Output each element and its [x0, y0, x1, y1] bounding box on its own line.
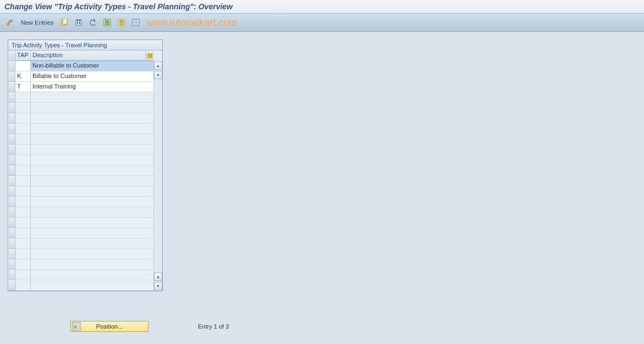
cell-tap[interactable]: [15, 186, 31, 197]
cell-desc[interactable]: [31, 155, 154, 165]
row-selector[interactable]: [8, 71, 15, 82]
cell-desc[interactable]: [31, 259, 154, 270]
cell-desc[interactable]: Internal Training: [31, 82, 154, 92]
row-selector[interactable]: [8, 270, 15, 280]
cell-tap[interactable]: [15, 238, 31, 249]
cell-desc[interactable]: [31, 165, 154, 176]
vertical-scrollbar[interactable]: ▲▼▲▼: [154, 51, 162, 291]
cell-tap[interactable]: [15, 103, 31, 113]
scroll-up2-icon[interactable]: ▲: [154, 273, 162, 281]
table-row-empty: [8, 197, 154, 207]
cell-desc[interactable]: [31, 207, 154, 218]
row-selector[interactable]: [8, 238, 15, 249]
row-selector[interactable]: [8, 82, 15, 92]
scroll-down-icon[interactable]: ▼: [154, 71, 162, 79]
row-selector[interactable]: [8, 228, 15, 238]
row-selector[interactable]: [8, 218, 15, 228]
row-selector[interactable]: [8, 186, 15, 197]
undo-icon[interactable]: [87, 17, 98, 28]
table-row-empty: [8, 186, 154, 197]
cell-tap[interactable]: [15, 228, 31, 238]
row-selector[interactable]: [8, 145, 15, 155]
cell-tap[interactable]: [15, 270, 31, 280]
cell-desc[interactable]: [31, 134, 154, 145]
row-selector[interactable]: [8, 134, 15, 145]
deselect-all-icon[interactable]: [130, 17, 141, 28]
row-selector[interactable]: [8, 259, 15, 270]
cell-desc[interactable]: [31, 280, 154, 291]
cell-desc[interactable]: [31, 145, 154, 155]
row-selector[interactable]: [8, 61, 15, 71]
row-selector[interactable]: [8, 207, 15, 218]
cell-desc[interactable]: [31, 249, 154, 259]
svg-rect-22: [74, 325, 77, 326]
cell-tap[interactable]: [15, 124, 31, 134]
cell-tap[interactable]: T: [15, 82, 31, 92]
table-row-empty: [8, 270, 154, 280]
table-row-empty: [8, 155, 154, 165]
toggle-icon[interactable]: [4, 17, 15, 28]
row-selector[interactable]: [8, 155, 15, 165]
cell-desc[interactable]: Non-billable to Customer: [31, 61, 154, 71]
cell-tap[interactable]: [15, 259, 31, 270]
row-selector[interactable]: [8, 249, 15, 259]
cell-tap[interactable]: [15, 218, 31, 228]
table-row: KBillable to Customer: [8, 71, 154, 82]
cell-desc[interactable]: Billable to Customer: [31, 71, 154, 82]
cell-desc[interactable]: [31, 113, 154, 124]
cell-tap[interactable]: [15, 134, 31, 145]
cell-desc[interactable]: [31, 238, 154, 249]
select-all-icon[interactable]: [102, 17, 113, 28]
cell-desc[interactable]: [31, 92, 154, 103]
cell-tap[interactable]: [15, 280, 31, 291]
scroll-down2-icon[interactable]: ▼: [154, 282, 162, 290]
cell-tap[interactable]: [15, 197, 31, 207]
cell-desc[interactable]: [31, 124, 154, 134]
cell-tap[interactable]: [15, 165, 31, 176]
svg-rect-7: [105, 20, 109, 21]
cell-tap[interactable]: [15, 249, 31, 259]
cell-tap[interactable]: [15, 92, 31, 103]
delete-icon[interactable]: [73, 17, 84, 28]
cell-tap[interactable]: [15, 113, 31, 124]
cell-desc[interactable]: [31, 186, 154, 197]
row-selector[interactable]: [8, 103, 15, 113]
table-row-empty: [8, 238, 154, 249]
row-selector[interactable]: [8, 92, 15, 103]
col-header-desc[interactable]: Description: [31, 51, 146, 61]
svg-rect-17: [134, 24, 138, 25]
row-selector[interactable]: [8, 124, 15, 134]
cell-tap[interactable]: [15, 61, 31, 71]
row-selector[interactable]: [8, 176, 15, 186]
table-settings-icon[interactable]: [146, 51, 154, 61]
cell-tap[interactable]: [15, 207, 31, 218]
cell-desc[interactable]: [31, 270, 154, 280]
cell-tap[interactable]: [15, 176, 31, 186]
copy-icon[interactable]: [59, 17, 70, 28]
scroll-track[interactable]: [155, 80, 162, 272]
header-row-selector[interactable]: [8, 51, 15, 61]
cell-desc[interactable]: [31, 228, 154, 238]
row-selector[interactable]: [8, 113, 15, 124]
new-entries-button[interactable]: New Entries: [19, 18, 56, 27]
table-row: TInternal Training: [8, 82, 154, 92]
cell-desc[interactable]: [31, 218, 154, 228]
title-text: Change View "Trip Activity Types - Trave…: [4, 2, 233, 11]
row-selector[interactable]: [8, 280, 15, 291]
cell-desc[interactable]: [31, 197, 154, 207]
cell-desc[interactable]: [31, 176, 154, 186]
cell-tap[interactable]: [15, 155, 31, 165]
col-header-tap[interactable]: TAP: [15, 51, 31, 61]
header-row: TAP Description: [8, 51, 154, 61]
table-row-empty: [8, 92, 154, 103]
position-button[interactable]: Position...: [70, 321, 148, 332]
cell-tap[interactable]: [15, 145, 31, 155]
row-selector[interactable]: [8, 165, 15, 176]
cell-tap[interactable]: K: [15, 71, 31, 82]
scroll-up-icon[interactable]: ▲: [154, 62, 162, 70]
svg-rect-20: [150, 54, 152, 58]
select-block-icon[interactable]: [116, 17, 127, 28]
cell-desc[interactable]: [31, 103, 154, 113]
row-selector[interactable]: [8, 197, 15, 207]
svg-rect-11: [119, 20, 124, 21]
